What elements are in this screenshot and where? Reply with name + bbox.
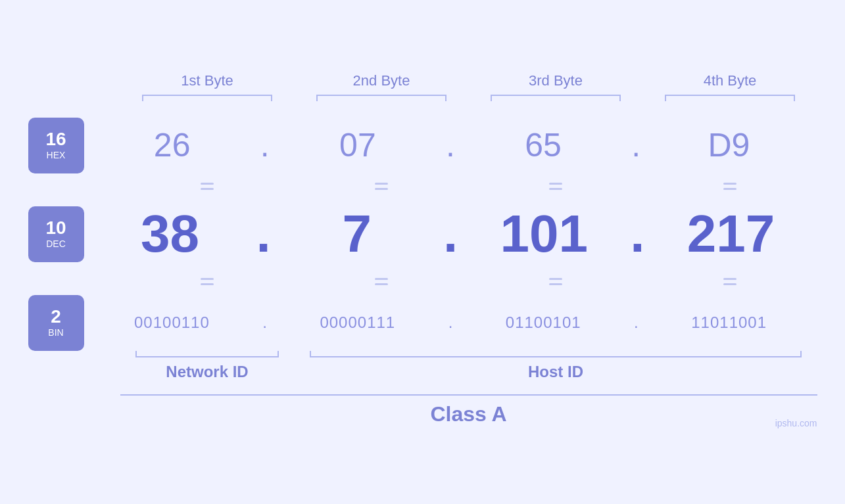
hex-values: 26 . 07 . 65 . D9 <box>84 126 817 164</box>
bin-row: 2 BIN 00100110 . 00000111 . 01100101 . 1… <box>28 293 817 352</box>
bin-b2: 00000111 <box>270 313 446 332</box>
hex-dot-3: . <box>631 126 640 164</box>
dec-dot-2: . <box>443 204 458 264</box>
hex-b2: 07 <box>270 126 446 164</box>
bin-b3: 01100101 <box>455 313 631 332</box>
eq1-b2 <box>295 183 469 190</box>
watermark: ipshu.com <box>775 418 817 428</box>
byte1-header: 1st Byte <box>120 72 295 89</box>
dec-base-label: DEC <box>46 239 66 249</box>
top-bracket-2 <box>316 95 447 96</box>
bin-values: 00100110 . 00000111 . 01100101 . 1101100… <box>84 313 817 332</box>
eq2-b2 <box>295 278 469 285</box>
host-id-label: Host ID <box>528 363 583 381</box>
byte2-header: 2nd Byte <box>295 72 469 89</box>
eq1-b3 <box>469 183 643 190</box>
equals-row-1 <box>120 175 817 198</box>
dec-dot-3: . <box>630 204 644 264</box>
hex-b3: 65 <box>455 126 631 164</box>
network-bracket-line <box>135 356 278 357</box>
hex-base-number: 16 <box>45 130 66 149</box>
bracket-cell-1 <box>120 95 295 96</box>
dec-values: 38 . 7 . 101 . 217 <box>84 204 817 264</box>
bracket-cell-4 <box>643 95 817 96</box>
dec-base-number: 10 <box>45 219 66 237</box>
dec-dot-1: . <box>256 204 271 264</box>
dec-b4: 217 <box>644 208 817 260</box>
bin-base-label: BIN <box>48 327 63 338</box>
eq2-b1 <box>120 278 295 285</box>
host-id-section: Host ID <box>295 356 817 381</box>
byte4-header: 4th Byte <box>643 72 817 89</box>
network-id-section: Network ID <box>120 356 295 381</box>
bin-base-number: 2 <box>51 308 61 326</box>
top-bracket-4 <box>665 95 796 96</box>
dec-badge: 10 DEC <box>28 206 84 262</box>
bin-dot-1: . <box>260 313 270 332</box>
bottom-brackets-row: Network ID Host ID <box>120 356 817 381</box>
class-label: Class A <box>120 396 817 432</box>
hex-badge: 16 HEX <box>28 118 84 173</box>
hex-b1: 26 <box>84 126 260 164</box>
equals-row-2 <box>120 270 817 293</box>
top-bracket-1 <box>142 95 273 96</box>
bin-badge: 2 BIN <box>28 295 84 351</box>
top-brackets <box>120 95 817 96</box>
hex-base-label: HEX <box>47 150 66 160</box>
top-bracket-3 <box>491 95 621 96</box>
eq1-b1 <box>120 183 295 190</box>
bracket-cell-2 <box>295 95 469 96</box>
hex-dot-2: . <box>446 126 455 164</box>
host-bracket-line <box>310 356 801 357</box>
dec-b3: 101 <box>458 208 630 260</box>
eq1-b4 <box>643 183 817 190</box>
dec-b2: 7 <box>271 208 443 260</box>
hex-dot-1: . <box>260 126 270 164</box>
hex-b4: D9 <box>640 126 817 164</box>
bin-dot-3: . <box>631 313 641 332</box>
bin-dot-2: . <box>446 313 456 332</box>
hex-row: 16 HEX 26 . 07 . 65 . D9 <box>28 116 817 175</box>
bin-b4: 11011001 <box>641 313 817 332</box>
bin-b1: 00100110 <box>84 313 260 332</box>
dec-b1: 38 <box>84 208 256 260</box>
main-container: 1st Byte 2nd Byte 3rd Byte 4th Byte 16 H… <box>28 72 817 432</box>
bottom-brackets-section: Network ID Host ID <box>120 356 817 381</box>
network-id-label: Network ID <box>166 363 248 381</box>
byte3-header: 3rd Byte <box>469 72 643 89</box>
byte-headers: 1st Byte 2nd Byte 3rd Byte 4th Byte <box>120 72 817 89</box>
class-section: Class A <box>120 394 817 432</box>
dec-row: 10 DEC 38 . 7 . 101 . 217 <box>28 198 817 270</box>
eq2-b3 <box>469 278 643 285</box>
bracket-cell-3 <box>469 95 643 96</box>
eq2-b4 <box>643 278 817 285</box>
